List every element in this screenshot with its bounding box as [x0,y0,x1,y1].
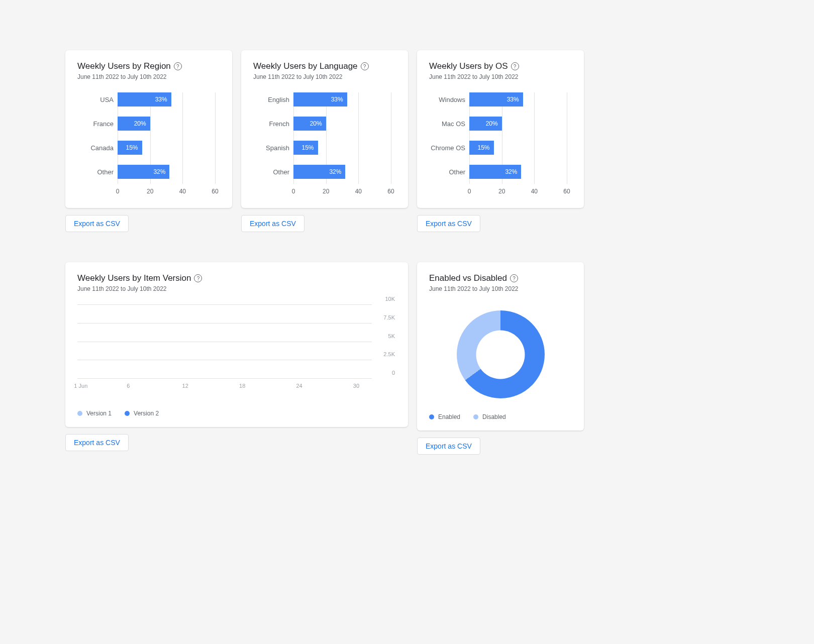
enabled-chart [429,304,572,407]
bottom-charts-row: Weekly Users by Item Version ? June 11th… [65,262,749,455]
bar: 33% [118,92,171,106]
axis-tick: 0 [468,188,471,195]
date-range: June 11th 2022 to July 10th 2022 [429,73,572,80]
legend-dot-icon [473,414,478,419]
axis-tick: 6 [127,383,130,389]
axis-tick: 60 [563,188,570,195]
axis-tick: 60 [212,188,218,195]
bar: 15% [293,141,318,155]
bar: 20% [469,117,502,131]
legend-dot-icon [429,414,434,419]
bar: 32% [118,165,169,179]
help-icon[interactable]: ? [361,62,369,70]
version-card: Weekly Users by Item Version ? June 11th… [65,262,408,427]
top-charts-row: Weekly Users by Region ? June 11th 2022 … [65,50,749,232]
bar-category-label: France [77,120,114,128]
bar-row: Canada15% [118,141,215,155]
help-icon[interactable]: ? [510,274,518,282]
legend-item-version-2: Version 2 [125,410,159,417]
bar-row: Mac OS20% [469,117,567,131]
card-title-text: Enabled vs Disabled [429,273,507,283]
bar: 15% [469,141,494,155]
axis-tick: 40 [355,188,362,195]
export-csv-button[interactable]: Export as CSV [417,438,480,455]
os-card-title: Weekly Users by OS ? [429,61,572,71]
region-card: Weekly Users by Region ? June 11th 2022 … [65,50,232,208]
axis-tick: 10K [385,296,395,302]
language-card: Weekly Users by Language ? June 11th 202… [241,50,408,208]
axis-tick: 1 Jun [74,383,87,389]
card-title-text: Weekly Users by Item Version [77,273,191,283]
bar: 15% [118,141,142,155]
axis-tick: 7.5K [383,314,395,320]
donut-hole [476,330,525,379]
card-title-text: Weekly Users by OS [429,61,508,71]
bar: 20% [118,117,150,131]
legend-dot-icon [125,411,130,416]
help-icon[interactable]: ? [194,274,202,282]
version-legend: Version 1 Version 2 [77,410,396,417]
legend-label: Enabled [438,413,460,420]
enabled-card-title: Enabled vs Disabled ? [429,273,572,283]
bar-category-label: Spanish [253,144,289,152]
axis-tick: 30 [353,383,359,389]
version-card-title: Weekly Users by Item Version ? [77,273,396,283]
date-range: June 11th 2022 to July 10th 2022 [77,73,220,80]
enabled-legend: Enabled Disabled [429,413,572,420]
help-icon[interactable]: ? [511,62,519,70]
card-title-text: Weekly Users by Region [77,61,171,71]
bar-category-label: Canada [77,144,114,152]
bar-category-label: Windows [429,96,465,103]
bar-category-label: Other [77,168,114,176]
date-range: June 11th 2022 to July 10th 2022 [429,285,572,292]
axis-tick: 60 [387,188,394,195]
bar-row: Other32% [118,165,215,179]
legend-item-disabled: Disabled [473,413,506,420]
axis-tick: 0 [392,370,395,376]
axis-tick: 5K [388,333,395,339]
bar-row: Other32% [469,165,567,179]
bar-row: France20% [118,117,215,131]
axis-tick: 24 [296,383,302,389]
version-chart: 02.5K5K7.5K10K1 Jun612182430 [77,304,396,390]
date-range: June 11th 2022 to July 10th 2022 [253,73,396,80]
axis-tick: 40 [531,188,538,195]
axis-tick: 20 [498,188,505,195]
bar-row: English33% [293,92,391,106]
export-csv-button[interactable]: Export as CSV [417,215,480,232]
export-csv-button[interactable]: Export as CSV [241,215,304,232]
legend-item-version-1: Version 1 [77,410,112,417]
region-card-title: Weekly Users by Region ? [77,61,220,71]
bar: 32% [293,165,345,179]
os-chart: 0204060Windows33%Mac OS20%Chrome OS15%Ot… [429,92,572,198]
legend-label: Disabled [482,413,506,420]
bar: 33% [293,92,347,106]
axis-tick: 12 [182,383,188,389]
language-chart: 0204060English33%French20%Spanish15%Othe… [253,92,396,198]
bar-row: Other32% [293,165,391,179]
bar-row: Chrome OS15% [469,141,567,155]
language-card-title: Weekly Users by Language ? [253,61,396,71]
export-csv-button[interactable]: Export as CSV [65,434,129,451]
bar-category-label: USA [77,96,114,103]
legend-label: Version 1 [86,410,112,417]
legend-label: Version 2 [134,410,159,417]
enabled-card: Enabled vs Disabled ? June 11th 2022 to … [417,262,584,431]
bar-category-label: Chrome OS [429,144,465,152]
legend-item-enabled: Enabled [429,413,460,420]
axis-tick: 2.5K [383,351,395,357]
bar-category-label: English [253,96,289,103]
date-range: June 11th 2022 to July 10th 2022 [77,285,396,292]
help-icon[interactable]: ? [174,62,182,70]
export-csv-button[interactable]: Export as CSV [65,215,129,232]
region-chart: 0204060USA33%France20%Canada15%Other32% [77,92,220,198]
bar-row: Windows33% [469,92,567,106]
bar-category-label: Mac OS [429,120,465,128]
donut-ring [457,310,545,398]
bar-category-label: Other [253,168,289,176]
bar-row: USA33% [118,92,215,106]
legend-dot-icon [77,411,82,416]
axis-tick: 0 [116,188,120,195]
bar-row: Spanish15% [293,141,391,155]
bar-category-label: French [253,120,289,128]
